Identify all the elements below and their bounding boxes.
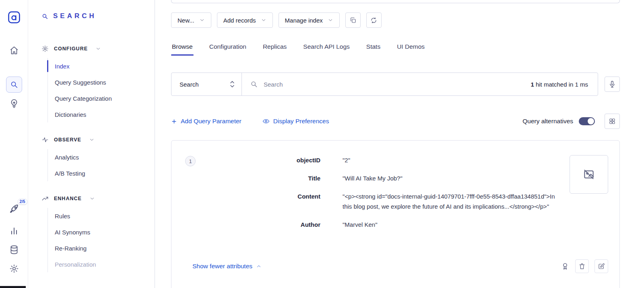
attribute-value: "2": [343, 155, 566, 165]
chevron-down-icon: [95, 46, 101, 52]
refresh-button[interactable]: [366, 12, 382, 28]
magnifier-icon: [250, 80, 258, 88]
tab-replicas[interactable]: Replicas: [262, 43, 287, 56]
display-preferences-label: Display Preferences: [273, 118, 329, 125]
observe-items: Analytics A/B Testing: [47, 149, 155, 181]
main-content: New... Add records Manage index: [155, 0, 644, 288]
tab-ui-demos[interactable]: UI Demos: [396, 43, 425, 56]
sidebar-item-query-categorization[interactable]: Query Categorization: [55, 90, 155, 106]
search-product-icon: [41, 13, 48, 20]
chevron-down-icon: [89, 137, 95, 143]
database-icon[interactable]: [9, 244, 19, 255]
manage-index-button[interactable]: Manage index: [279, 12, 340, 28]
new-button[interactable]: New...: [171, 12, 211, 28]
index-toolbar: New... Add records Manage index: [171, 12, 620, 28]
product-title: SEARCH: [41, 12, 155, 20]
medal-icon: [561, 262, 570, 271]
gear-icon: [41, 45, 49, 52]
trash-icon: [578, 263, 586, 270]
icon-rail: 2/5: [0, 0, 28, 288]
gear-icon[interactable]: [9, 264, 19, 273]
chevron-down-icon: [89, 196, 95, 201]
sidebar-item-query-suggestions[interactable]: Query Suggestions: [55, 74, 155, 90]
search-input-wrap: 1 hit matched in 1 ms: [242, 80, 598, 88]
plus-icon: [171, 118, 177, 124]
attribute-value: "Marvel Ken": [343, 220, 566, 230]
add-query-parameter-link[interactable]: Add Query Parameter: [171, 118, 242, 125]
promote-hit-button[interactable]: [561, 262, 570, 271]
tab-configuration[interactable]: Configuration: [208, 43, 247, 56]
section-header-configure[interactable]: CONFIGURE: [41, 45, 155, 52]
edit-hit-button[interactable]: [594, 259, 608, 273]
manage-index-label: Manage index: [285, 17, 323, 24]
section-header-enhance[interactable]: ENHANCE: [41, 195, 155, 202]
search-input[interactable]: [264, 81, 525, 88]
copy-icon: [349, 17, 357, 24]
sidebar-item-analytics[interactable]: Analytics: [55, 149, 155, 165]
grid-icon: [609, 118, 616, 125]
add-records-label: Add records: [223, 17, 256, 24]
recommend-bulb-icon[interactable]: [9, 98, 19, 109]
chevron-up-icon: [256, 263, 262, 269]
hit-footer: Show fewer attributes: [185, 259, 608, 273]
trending-up-icon: [41, 195, 49, 202]
chevron-down-icon: [199, 17, 205, 23]
search-type-value: Search: [180, 81, 199, 88]
delete-hit-button[interactable]: [575, 259, 589, 273]
sidebar-item-index[interactable]: Index: [55, 58, 155, 74]
show-fewer-attributes-link[interactable]: Show fewer attributes: [192, 263, 262, 270]
hit-card: 1 objectID "2" Title "Will AI Take My Jo…: [171, 140, 620, 288]
section-header-observe[interactable]: OBSERVE: [41, 136, 155, 143]
enhance-items: Rules AI Synonyms Re-Ranking Personaliza…: [47, 208, 155, 272]
sidebar-item-personalization[interactable]: Personalization: [55, 256, 155, 272]
query-alternatives-label: Query alternatives: [522, 118, 573, 125]
stepper-icon: [229, 80, 235, 88]
sidebar-section-enhance: ENHANCE Rules AI Synonyms Re-Ranking Per…: [41, 195, 155, 272]
attribute-row: objectID "2": [196, 155, 566, 165]
query-alternatives-toggle[interactable]: [579, 117, 595, 125]
sidebar-item-ab-testing[interactable]: A/B Testing: [55, 165, 155, 181]
layout-grid-button[interactable]: [605, 114, 620, 129]
tab-stats[interactable]: Stats: [365, 43, 381, 56]
algolia-logo-icon[interactable]: [7, 10, 21, 24]
edit-icon: [598, 263, 605, 270]
add-query-parameter-label: Add Query Parameter: [181, 118, 242, 125]
attribute-row: Content "<p><strong id="docs-internal-gu…: [196, 191, 566, 211]
chevron-down-icon: [261, 17, 266, 23]
voice-search-button[interactable]: [605, 77, 620, 92]
attribute-label: Title: [196, 173, 343, 183]
home-icon[interactable]: [9, 45, 19, 56]
section-label: OBSERVE: [54, 137, 81, 143]
search-type-selector[interactable]: Search: [171, 73, 242, 95]
copy-button[interactable]: [345, 12, 361, 28]
hit-rank-badge: 1: [185, 156, 196, 166]
search-nav-active[interactable]: [6, 77, 22, 93]
attribute-label: Content: [196, 191, 343, 211]
new-button-label: New...: [178, 17, 194, 24]
tab-browse[interactable]: Browse: [171, 43, 194, 56]
sidebar: SEARCH CONFIGURE Index Query Suggestions…: [28, 0, 155, 288]
search-icon: [10, 80, 19, 89]
tab-search-api-logs[interactable]: Search API Logs: [302, 43, 350, 56]
attribute-row: Title "Will AI Take My Job?": [196, 173, 566, 183]
chevron-down-icon: [328, 17, 333, 23]
search-bar: Search 1 hit matched in 1 ms: [171, 73, 598, 96]
sidebar-item-ai-synonyms[interactable]: AI Synonyms: [55, 224, 155, 240]
refresh-icon: [370, 17, 378, 24]
sidebar-item-dictionaries[interactable]: Dictionaries: [55, 106, 155, 122]
hit-image-placeholder: [570, 155, 608, 194]
add-records-button[interactable]: Add records: [217, 12, 273, 28]
attribute-row: Author "Marvel Ken": [196, 220, 566, 230]
display-preferences-link[interactable]: Display Preferences: [262, 118, 329, 125]
rocket-icon[interactable]: 2/5: [8, 203, 20, 215]
bar-chart-icon[interactable]: [9, 226, 19, 236]
hit-attributes: objectID "2" Title "Will AI Take My Job?…: [196, 155, 566, 238]
screen-edge-artifact: [0, 286, 26, 288]
sidebar-section-observe: OBSERVE Analytics A/B Testing: [41, 136, 155, 181]
image-off-icon: [583, 168, 595, 180]
sidebar-item-rules[interactable]: Rules: [55, 208, 155, 224]
show-fewer-attributes-label: Show fewer attributes: [192, 263, 252, 270]
section-label: CONFIGURE: [54, 46, 88, 52]
sidebar-section-configure: CONFIGURE Index Query Suggestions Query …: [41, 45, 155, 122]
sidebar-item-re-ranking[interactable]: Re-Ranking: [55, 240, 155, 256]
